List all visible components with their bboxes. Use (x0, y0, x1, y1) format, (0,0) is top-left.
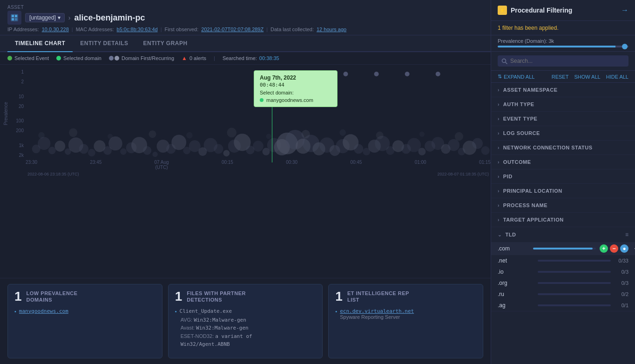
legend-selected-event: Selected Event (7, 55, 49, 61)
search-input[interactable] (510, 58, 625, 64)
section-header-asset-namespace[interactable]: › ASSET NAMESPACE (491, 83, 635, 97)
expand-controls: ⇅ EXPAND ALL RESET SHOW ALL HIDE ALL (491, 71, 635, 83)
section-header-pid[interactable]: › PID (491, 169, 635, 183)
tab-timeline[interactable]: TIMELINE CHART (7, 35, 73, 52)
section-header-process-name[interactable]: › PROCESS NAME (491, 198, 635, 212)
svg-point-52 (354, 144, 363, 154)
tld-remove-button-com[interactable]: − (610, 244, 618, 253)
ip-address[interactable]: 10.0.30.228 (42, 27, 69, 32)
tld-label-net: .net (498, 257, 534, 264)
tld-bar-ag (538, 304, 611, 306)
tld-item-org: .org 0/3 (491, 277, 635, 289)
tld-item-ag: .ag 0/1 (491, 300, 635, 311)
section-auth-type: › AUTH TYPE (491, 97, 635, 112)
et-domain[interactable]: ecn.dev.virtualearth.net (340, 308, 414, 314)
chevron-principal-location: › (498, 189, 500, 194)
section-header-log-source[interactable]: › LOG SOURCE (491, 126, 635, 140)
section-header-event-type[interactable]: › EVENT TYPE (491, 112, 635, 126)
show-all-button[interactable]: SHOW ALL (574, 74, 600, 80)
tag-badge[interactable]: [untagged] ▾ (25, 13, 65, 22)
prevalence-slider[interactable] (498, 46, 628, 47)
detection-eset: ESET-NOD32: a variant ofWin32/Agent.ABNB (181, 332, 316, 349)
tld-bar-net (538, 260, 611, 262)
tld-bar-ru (538, 293, 611, 295)
card-2-count: 1 (175, 290, 182, 303)
svg-point-70 (69, 128, 77, 137)
expand-all-toggle[interactable]: ⇅ EXPAND ALL (498, 74, 534, 80)
legend-domain-first: Domain First/Recurring (109, 55, 174, 61)
section-header-principal-location[interactable]: › PRINCIPAL LOCATION (491, 184, 635, 198)
section-header-target-application[interactable]: › TARGET APPLICATION (491, 213, 635, 227)
x-date-range: 2022-08-06 23:18:35 (UTC) 2022-08-07 01:… (26, 172, 491, 176)
detection-avast: Avast: Win32:Malware-gen (181, 324, 316, 332)
chevron-pid: › (498, 174, 500, 179)
panel-header: ⚡ Procedural Filtering → (491, 0, 635, 21)
chart-area[interactable]: Prevalence 1 2 10 20 100 200 1k 2k (0, 65, 491, 278)
data-collected[interactable]: 12 hours ago (317, 27, 346, 32)
tld-label-io: .io (498, 269, 534, 275)
card-3-title: ET INTELLIGENCE REPLIST (347, 290, 409, 303)
tab-entity-details[interactable]: ENTITY DETAILS (73, 35, 135, 52)
tld-label-org: .org (498, 280, 534, 286)
low-prevalence-domain[interactable]: manygoodnews.com (19, 308, 68, 314)
alert-icon: ▲ (182, 55, 187, 61)
svg-point-29 (171, 135, 186, 150)
tld-exclude-button-com[interactable]: ● (620, 244, 628, 253)
prevalence-label: Prevalence (Domain): 3k (498, 38, 628, 44)
tld-item-com: .com + − ● Exclude Others (491, 242, 635, 255)
card-et-intelligence: 1 ET INTELLIGENCE REPLIST • ecn.dev.virt… (328, 284, 483, 358)
chevron-asset-namespace: › (498, 88, 500, 93)
header: ASSET [untagged] ▾ › alice-benjamin-pc I… (0, 0, 491, 35)
filter-applied: 1 filter has been applied. (491, 21, 635, 35)
section-asset-namespace: › ASSET NAMESPACE (491, 83, 635, 97)
section-outcome: › OUTCOME (491, 155, 635, 169)
section-header-outcome[interactable]: › OUTCOME (491, 155, 635, 169)
reset-button[interactable]: RESET (552, 74, 569, 80)
hide-all-button[interactable]: HIDE ALL (606, 74, 628, 80)
asset-icon (7, 11, 21, 25)
chevron-auth-type: › (498, 102, 500, 107)
mac-address[interactable]: b5:0c:8b:30:63:4d (117, 27, 158, 32)
filter-sections: › ASSET NAMESPACE › AUTH TYPE › EVENT TY… (491, 83, 635, 364)
chart-plot[interactable]: Aug 7th, 2022 00:48:44 Select domain: ma… (26, 65, 491, 162)
legend-selected-domain: Selected domain (56, 55, 101, 61)
legend-bar: Selected Event Selected domain Domain Fi… (0, 52, 491, 65)
chevron-network-connection-status: › (498, 145, 500, 150)
search-row (491, 52, 635, 71)
breadcrumb-sep: › (68, 14, 71, 21)
svg-point-74 (227, 128, 236, 137)
svg-point-12 (38, 137, 50, 150)
tld-add-button-com[interactable]: + (600, 244, 608, 253)
slider-thumb (622, 44, 628, 49)
svg-rect-2 (15, 15, 17, 17)
tld-section-header[interactable]: ⌄ TLD ≡ (491, 227, 635, 242)
section-header-network-connection-status[interactable]: › NETWORK CONNECTION STATUS (491, 141, 635, 155)
svg-point-64 (448, 139, 459, 151)
search-icon (501, 58, 507, 64)
section-header-auth-type[interactable]: › AUTH TYPE (491, 97, 635, 111)
x-tick-4: 00:15 (222, 160, 233, 165)
first-observed[interactable]: 2021-02-07T02:07:08.289Z (201, 27, 263, 32)
card-2-title: FILES WITH PARTNERDETECTIONS (187, 290, 246, 303)
x-tick-5: 00:30 (286, 160, 297, 165)
chevron-log-source: › (498, 131, 500, 136)
tld-item-io: .io 0/3 (491, 266, 635, 277)
card-1-title: LOW PREVALENCEDOMAINS (27, 290, 78, 303)
x-tick-1: 23:30 (26, 160, 37, 165)
svg-point-73 (186, 132, 193, 139)
svg-point-78 (376, 132, 384, 139)
x-tick-8: 01:15 (479, 160, 491, 165)
cards-row: 1 LOW PREVALENCEDOMAINS • manygoodnews.c… (0, 278, 491, 364)
svg-rect-1 (12, 15, 14, 17)
domain-first-dot1 (109, 56, 114, 61)
x-tick-2: 23:45 (90, 160, 101, 165)
prevalence-row: Prevalence (Domain): 3k (491, 35, 635, 52)
panel-arrow[interactable]: → (621, 6, 628, 14)
svg-point-39 (253, 141, 263, 151)
svg-rect-3 (12, 18, 14, 20)
section-event-type: › EVENT TYPE (491, 112, 635, 126)
tld-label-com: .com (498, 245, 529, 252)
tab-entity-graph[interactable]: ENTITY GRAPH (136, 35, 195, 52)
x-tick-6: 00:45 (350, 160, 362, 165)
tld-sort-icon[interactable]: ≡ (625, 231, 628, 238)
